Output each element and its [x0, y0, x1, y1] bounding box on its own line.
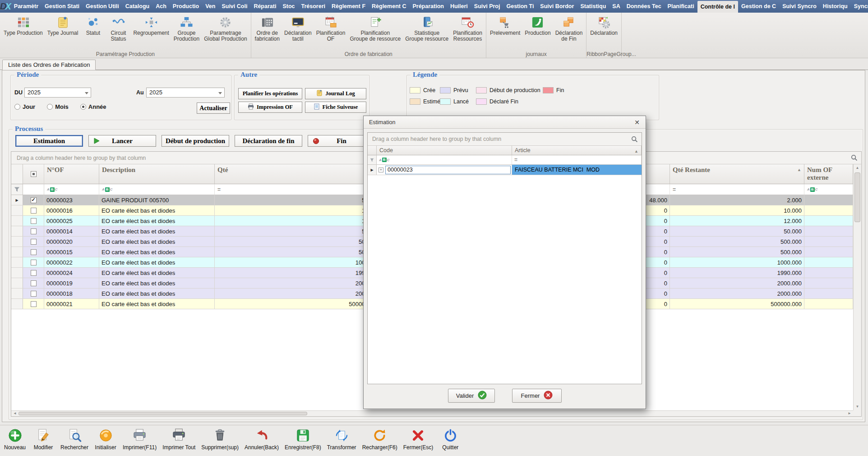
menu-tab-gestion-utili[interactable]: Gestion Utili — [83, 0, 122, 13]
row-checkbox[interactable] — [31, 218, 37, 224]
radio-ann-e-circle[interactable] — [80, 104, 86, 110]
app-logo[interactable]: D X — [0, 0, 11, 13]
row-checkbox[interactable] — [31, 249, 37, 255]
ribbon-button-statut[interactable]: Statut — [80, 14, 106, 37]
ribbon-button-type-production[interactable]: Type Production — [1, 14, 45, 37]
radio-mois[interactable]: Mois — [47, 103, 69, 110]
impression-of-button[interactable]: Impression OF — [238, 102, 302, 113]
au-year-combo[interactable]: 2025 — [146, 88, 225, 98]
menu-tab-catalogu[interactable]: Catalogu — [122, 0, 152, 13]
menu-tab-ach[interactable]: Ach — [152, 0, 170, 13]
dialog-group-by-hint-bar[interactable]: Drag a column header here to group by th… — [368, 133, 642, 146]
menu-tab-statistiqu[interactable]: Statistiqu — [577, 0, 609, 13]
article-cell[interactable]: FAISCEAU BATTERIE MCI MOD — [512, 165, 642, 175]
footer-button-rechercher[interactable]: Rechercher — [60, 427, 88, 451]
ribbon-button-prelevement[interactable]: Prelevement — [488, 14, 522, 37]
menu-tab-suivi-bordor[interactable]: Suivi Bordor — [537, 0, 577, 13]
row-checkbox-cell[interactable] — [23, 247, 44, 257]
menu-tab-donn-es-tec[interactable]: Données Tec — [623, 0, 665, 13]
column-header-desc[interactable]: Description — [99, 164, 215, 184]
ribbon-button-statistique-groupe-ressource[interactable]: Statistique Groupe ressource — [403, 14, 451, 44]
row-checkbox-cell[interactable] — [23, 216, 44, 226]
menu-tab-suivi-syncro[interactable]: Suivi Syncro — [779, 0, 820, 13]
footer-button-imprimer-f11[interactable]: Imprimer(F11) — [123, 427, 157, 451]
menu-tab-r-parati[interactable]: Réparati — [250, 0, 279, 13]
menu-tab-suivi-coli[interactable]: Suivi Coli — [218, 0, 250, 13]
ribbon-button-production[interactable]: Production — [522, 14, 553, 37]
estimation-button[interactable]: Estimation — [15, 135, 83, 147]
menu-tab-param-tr[interactable]: Paramètr — [11, 0, 42, 13]
vertical-scroll-thumb[interactable] — [854, 172, 860, 222]
ribbon-button-d-claration[interactable]: Déclaration — [588, 14, 620, 37]
radio-jour-circle[interactable] — [14, 104, 20, 110]
vertical-scrollbar[interactable]: ▲ ▼ — [853, 164, 861, 410]
row-checkbox-cell[interactable] — [23, 278, 44, 288]
menu-tab-gestion-stati[interactable]: Gestion Stati — [42, 0, 83, 13]
planifier-les-operations-button[interactable]: Planifier les opérations — [238, 88, 302, 99]
dialog-table-row[interactable]: ▶ + 00000023 FAISCEAU BATTERIE MCI MOD — [368, 165, 642, 175]
du-year-combo[interactable]: 2025 — [24, 88, 91, 98]
ribbon-button-parametrage-global-production[interactable]: Parametrage Global Production — [202, 14, 249, 44]
menu-tab-pr-paration[interactable]: Préparation — [409, 0, 447, 13]
row-checkbox[interactable] — [31, 270, 37, 276]
row-checkbox-cell[interactable] — [23, 205, 44, 215]
radio-ann-e[interactable]: Année — [80, 103, 106, 110]
footer-button-imprimer-tout[interactable]: Imprimer Tout — [162, 427, 195, 451]
ribbon-button-d-claration-tactil[interactable]: Déclaration tactil — [282, 14, 314, 44]
document-tab-liste-des-ordres[interactable]: Liste des Ordres de Fabrication — [2, 60, 96, 70]
filter-cell-desc[interactable]: ABC — [99, 184, 215, 195]
select-all-icon[interactable] — [31, 171, 37, 177]
ribbon-button-planification-groupe-de-ressource[interactable]: Planification Groupe de ressource — [347, 14, 403, 44]
horizontal-scrollbar[interactable]: ◄ ► — [11, 410, 853, 416]
dialog-titlebar[interactable]: Estimation ✕ — [364, 116, 646, 129]
scroll-left-icon[interactable]: ◄ — [11, 411, 18, 416]
column-header-qte[interactable]: Qté — [215, 164, 383, 184]
close-icon[interactable]: ✕ — [633, 119, 641, 126]
expand-icon[interactable]: + — [379, 168, 383, 172]
footer-button-supprimer-sup[interactable]: Supprimer(sup) — [201, 427, 239, 451]
fiche-suiveuse-button[interactable]: Fiche Suiveuse — [305, 102, 366, 113]
column-header-nof[interactable]: N°OF — [44, 164, 99, 184]
menu-tab-suivi-proj[interactable]: Suivi Proj — [471, 0, 503, 13]
radio-mois-circle[interactable] — [47, 104, 53, 110]
menu-tab-sa[interactable]: SA — [609, 0, 623, 13]
footer-button-modifier[interactable]: Modifier — [32, 427, 55, 451]
filter-cell-qterest[interactable]: = — [670, 184, 804, 195]
footer-button-transformer[interactable]: Transformer — [327, 427, 356, 451]
search-icon[interactable] — [851, 154, 858, 161]
ribbon-button-d-claration-de-fin[interactable]: Déclaration de Fin — [553, 14, 585, 44]
search-icon[interactable] — [631, 136, 638, 143]
menu-tab-r-glement-f[interactable]: Règlement F — [328, 0, 369, 13]
row-checkbox[interactable] — [31, 301, 37, 307]
row-checkbox[interactable] — [31, 239, 37, 245]
footer-button-nouveau[interactable]: Nouveau — [4, 427, 26, 451]
row-checkbox-cell[interactable] — [23, 237, 44, 247]
footer-button-recharger-f6[interactable]: Recharger(F6) — [362, 427, 397, 451]
row-checkbox-cell[interactable] — [23, 299, 44, 309]
column-header-numof[interactable]: Num OF externe — [804, 164, 853, 184]
menu-tab-syncro-res[interactable]: Syncro Res — [851, 0, 868, 13]
footer-button-enregistrer-f8[interactable]: Enregistrer(F8) — [285, 427, 321, 451]
menu-tab-historiqu[interactable]: Historiqu — [820, 0, 851, 13]
row-checkbox[interactable] — [31, 228, 37, 234]
menu-tab-gestion-ti[interactable]: Gestion Ti — [503, 0, 537, 13]
fermer-button[interactable]: Fermer — [512, 389, 562, 403]
menu-tab-huileri[interactable]: Huileri — [447, 0, 471, 13]
menu-tab-ven[interactable]: Ven — [202, 0, 218, 13]
radio-jour[interactable]: Jour — [14, 103, 35, 110]
footer-button-initialiser[interactable]: Initialiser — [94, 427, 117, 451]
filter-cell-code[interactable]: ABC — [377, 155, 512, 165]
row-checkbox-cell[interactable] — [23, 195, 44, 205]
ribbon-button-circuit-status[interactable]: Circuit Status — [106, 14, 131, 44]
journal-log-button[interactable]: Journal Log — [305, 88, 366, 99]
scroll-right-icon[interactable]: ► — [846, 411, 853, 416]
row-checkbox-cell[interactable] — [23, 257, 44, 267]
row-checkbox[interactable] — [31, 208, 37, 214]
select-all-header[interactable] — [23, 164, 44, 184]
ribbon-button-regroupement[interactable]: Regroupement — [131, 14, 171, 37]
row-checkbox-cell[interactable] — [23, 226, 44, 236]
row-checkbox[interactable] — [31, 291, 37, 297]
code-cell[interactable]: + 00000023 — [377, 165, 512, 175]
footer-button-fermer-esc[interactable]: Fermer(Esc) — [403, 427, 434, 451]
filter-cell-article[interactable]: = — [512, 155, 642, 165]
